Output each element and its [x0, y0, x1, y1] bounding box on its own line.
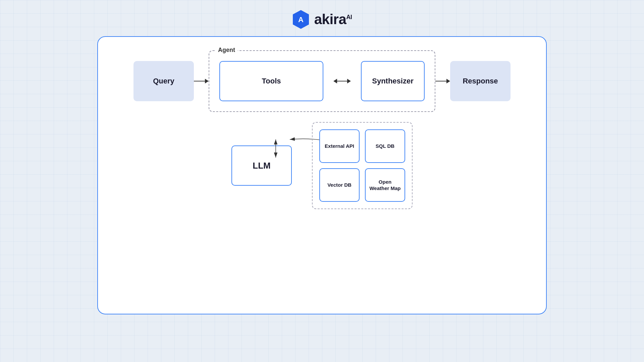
synthesizer-to-response-arrow [435, 79, 450, 83]
node-vector-db: Vector DB [319, 168, 360, 202]
query-to-tools-arrow [194, 79, 209, 83]
datasources-col: External API SQL DB Vector DB Open Weath… [312, 112, 413, 209]
node-response: Response [450, 61, 511, 101]
diagram-card: Query Agent Tools [97, 36, 547, 314]
node-sql-db: SQL DB [365, 129, 405, 163]
brand-name: akiraAI [314, 11, 352, 27]
diagram-area: Query Agent Tools [115, 50, 529, 209]
node-synthesizer: Synthesizer [361, 61, 425, 101]
header: A akiraAI [0, 0, 644, 36]
agent-label: Agent [215, 47, 238, 54]
tools-synthesizer-arrow [333, 79, 351, 83]
agent-region: Agent Tools Synthesizer [209, 50, 435, 112]
node-query: Query [133, 61, 194, 101]
node-llm: LLM [231, 145, 292, 186]
datasources-box: External API SQL DB Vector DB Open Weath… [312, 122, 413, 209]
svg-text:A: A [298, 15, 304, 24]
akira-logo-icon: A [292, 9, 310, 29]
node-tools: Tools [219, 61, 323, 101]
top-row: Query Agent Tools [133, 50, 511, 112]
node-open-weather-map: Open Weather Map [365, 168, 405, 202]
tools-llm-col: LLM [231, 112, 292, 186]
node-external-api: External API [319, 129, 360, 163]
